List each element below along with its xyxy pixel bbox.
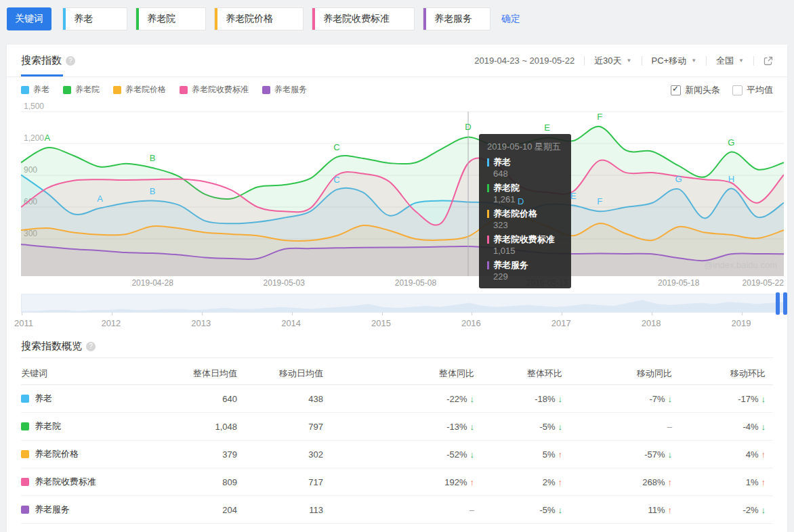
percent-value: 268% [642,477,665,487]
keyword-cell: 养老院收费标准 [21,476,156,488]
percent-cell: – [323,505,474,515]
percent-cell: -22%↓ [323,394,474,404]
percent-value: 5% [543,449,556,460]
percent-cell: 11%↑ [562,505,672,515]
header-controls: 2019-04-23 ~ 2019-05-22 近30天▼PC+移动▼全国▼ [474,45,773,76]
percent-cell: -4%↓ [672,422,766,432]
percent-value: 4% [746,449,759,460]
confirm-link[interactable]: 确定 [501,13,520,25]
legend-item[interactable]: 养老院收费标准 [180,84,249,95]
chart-options: 新闻头条平均值 [659,84,773,96]
keyword-color-bar [312,8,315,30]
y-axis-label: 1,500 [24,102,44,111]
percent-cell: 5%↑ [474,449,562,460]
percent-value: -5% [539,505,555,515]
keyword-box[interactable]: 养老院 [135,7,206,30]
keyword-swatch [21,450,29,458]
keyword-box[interactable]: 养老院价格 [214,7,304,30]
arrow-up-icon: ↑ [761,449,766,460]
checkbox-icon [671,85,681,95]
percent-value: -2% [743,505,758,515]
legend-label: 养老院价格 [125,84,166,95]
keyword-swatch [21,422,29,430]
legend-item[interactable]: 养老院价格 [113,84,166,95]
x-axis-label: 2019-05-18 [658,278,700,288]
chart-area[interactable]: 3006009001,2001,5002019-04-282019-05-032… [21,102,784,291]
external-link-button[interactable] [764,56,773,66]
legend-item[interactable]: 养老 [21,84,49,95]
divider [642,56,642,66]
checkbox-label: 新闻头条 [685,84,720,96]
legend-label: 养老院收费标准 [192,84,249,95]
dropdown[interactable]: 近30天▼ [594,55,631,67]
keyword-box[interactable]: 养老院收费标准 [312,7,415,30]
divider [584,56,585,66]
dropdown[interactable]: PC+移动▼ [652,55,697,67]
table-header-row: 关键词整体日均值移动日均值整体同比整体环比移动同比移动环比 [21,363,773,385]
tooltip-items: 养老648养老院1,261养老院价格323养老院收费标准1,015养老服务229 [487,157,563,282]
x-axis-label: 2019-05-03 [264,278,306,288]
help-icon[interactable]: ? [86,342,96,351]
chevron-down-icon: ▼ [738,58,744,64]
chevron-down-icon: ▼ [627,58,632,64]
percent-cell: 268%↑ [562,477,672,487]
chart-legend: 养老养老院养老院价格养老院收费标准养老服务 [21,84,320,95]
percent-value: -52% [446,449,467,460]
mobile-avg-cell: 302 [237,449,323,460]
year-tick [472,312,472,315]
dropdown-group: 近30天▼PC+移动▼全国▼ [574,55,744,67]
overall-avg-cell: 1,048 [156,422,237,432]
dropdown-value: PC+移动 [652,55,687,67]
dropdown[interactable]: 全国▼ [716,55,744,67]
arrow-up-icon: ↑ [761,477,766,487]
overall-avg-cell: 640 [156,394,237,404]
legend-swatch [180,86,188,94]
legend-item[interactable]: 养老院 [63,84,100,95]
search-index-chart[interactable]: 3006009001,2001,5002019-04-282019-05-032… [21,102,784,291]
help-icon[interactable]: ? [66,56,75,66]
dash-value: – [667,422,672,432]
legend-item[interactable]: 养老服务 [262,84,307,95]
tooltip-item: 养老院价格323 [487,208,563,230]
timeline-slider-track[interactable] [21,294,787,313]
tooltip-color-bar [487,158,489,167]
keyword-cell: 养老服务 [21,504,156,516]
tooltip-color-bar [487,184,489,192]
checkbox-unchecked[interactable]: 平均值 [732,84,773,96]
percent-value: -13% [446,422,467,432]
percent-cell: -17%↓ [672,394,766,404]
keyword-box[interactable]: 养老 [62,7,127,30]
year-label: 2013 [191,318,211,328]
keyword-color-bar [136,8,139,30]
checkbox-label: 平均值 [747,84,773,96]
mobile-avg-cell: 797 [237,422,323,432]
percent-cell: -7%↓ [562,394,672,404]
tooltip-date: 2019-05-10 星期五 [487,141,563,153]
column-header: 移动环比 [672,368,766,380]
keyword-cell: 养老 [21,393,156,405]
keyword-box[interactable]: 养老服务 [423,7,490,30]
keyword-text: 养老院价格 [226,13,273,25]
table-row: 养老服务204113–-5%↓11%↑-2%↓ [21,496,773,524]
active-tab-underline [21,74,63,76]
timeline-sparkline [22,294,787,312]
percent-cell: 192%↑ [323,477,474,487]
dropdown-value: 全国 [716,55,734,67]
overall-avg-cell: 204 [156,505,237,515]
keyword-text: 养老 [74,13,93,25]
keywords-label-button[interactable]: 关键词 [7,7,51,30]
percent-cell: -57%↓ [562,449,672,460]
tab-label: 搜索指数 [21,54,62,66]
year-tick [202,312,203,315]
checkbox-checked[interactable]: 新闻头条 [671,84,720,96]
slider-handle-right[interactable] [783,292,787,315]
slider-handle-left[interactable] [776,292,780,315]
x-axis-label: 2019-04-28 [131,278,173,288]
tab-search-index[interactable]: 搜索指数? [21,54,75,67]
legend-label: 养老 [33,84,49,95]
keyword-cell: 养老院价格 [21,448,156,460]
percent-cell: – [562,422,672,432]
percent-cell: 1%↑ [672,477,766,487]
legend-swatch [21,86,29,94]
percent-cell: -18%↓ [474,394,562,404]
